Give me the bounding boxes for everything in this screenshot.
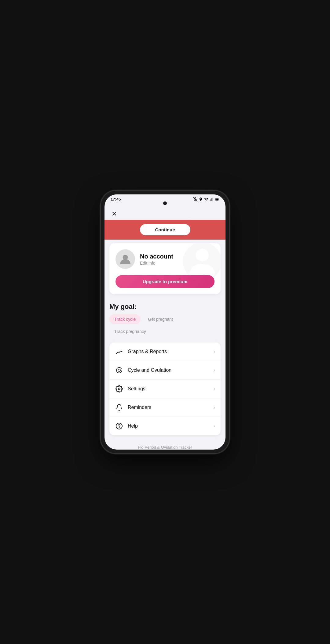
location-icon (199, 197, 203, 201)
svg-point-1 (206, 200, 207, 201)
menu-list: Graphs & Reports › Cycle and Ovulation › (109, 342, 221, 435)
reminders-label: Reminders (128, 405, 209, 410)
cycle-chevron: › (214, 367, 215, 373)
settings-label: Settings (128, 386, 209, 392)
svg-rect-3 (211, 199, 211, 201)
my-goal-title: My goal: (109, 303, 221, 311)
svg-rect-7 (215, 198, 218, 200)
menu-item-settings[interactable]: Settings › (109, 380, 221, 398)
camera-notch (105, 201, 226, 205)
continue-banner: Continue (105, 220, 226, 240)
continue-button[interactable]: Continue (140, 224, 190, 235)
graph-icon (115, 347, 123, 356)
menu-item-help[interactable]: Help › (109, 417, 221, 435)
svg-point-11 (122, 351, 123, 352)
svg-rect-4 (211, 198, 212, 201)
help-label: Help (128, 423, 209, 429)
bell-icon (115, 403, 123, 412)
wifi-icon (204, 197, 208, 201)
goal-tab-track-pregnancy[interactable]: Track pregnancy (109, 327, 151, 336)
goal-tab-get-pregnant[interactable]: Get pregnant (143, 314, 178, 324)
menu-item-reminders[interactable]: Reminders › (109, 398, 221, 417)
cycle-label: Cycle and Ovulation (128, 367, 209, 373)
close-button[interactable] (109, 209, 119, 219)
menu-item-cycle[interactable]: Cycle and Ovulation › (109, 361, 221, 380)
footer-app-name: Flo Period & Ovulation Tracker (109, 445, 221, 450)
edit-info-label[interactable]: Edit info (140, 261, 173, 266)
graphs-label: Graphs & Reports (128, 349, 209, 354)
svg-point-14 (118, 369, 120, 371)
menu-item-graphs[interactable]: Graphs & Reports › (109, 342, 221, 361)
status-icons (193, 197, 219, 201)
status-time: 17:45 (111, 197, 121, 201)
profile-text: No account Edit info (140, 253, 173, 266)
reminders-chevron: › (214, 405, 215, 410)
mute-icon (193, 197, 197, 201)
my-goal-section: My goal: Track cycle Get pregnant Track … (105, 298, 226, 339)
goal-tab-track-cycle[interactable]: Track cycle (109, 314, 141, 324)
account-name: No account (140, 253, 173, 260)
avatar (116, 249, 135, 269)
card-bg-icon (181, 243, 221, 283)
svg-point-12 (116, 353, 117, 354)
profile-card: No account Edit info Upgrade to premium (109, 243, 221, 294)
svg-rect-5 (212, 197, 213, 201)
battery-icon (215, 197, 219, 201)
svg-point-13 (116, 367, 122, 373)
header-bar (105, 206, 226, 220)
footer-section: Flo Period & Ovulation Tracker Version 7… (105, 439, 226, 450)
settings-icon (115, 385, 123, 393)
screen-content[interactable]: Continue (105, 206, 226, 450)
settings-chevron: › (214, 386, 215, 392)
svg-point-15 (118, 388, 120, 390)
signal-icon (210, 197, 214, 201)
help-icon (115, 422, 123, 430)
graphs-chevron: › (214, 349, 215, 354)
cycle-icon (115, 366, 123, 374)
camera-dot (163, 201, 167, 205)
goal-tabs: Track cycle Get pregnant Track pregnancy (109, 314, 221, 336)
help-chevron: › (214, 423, 215, 429)
svg-rect-2 (210, 200, 211, 201)
